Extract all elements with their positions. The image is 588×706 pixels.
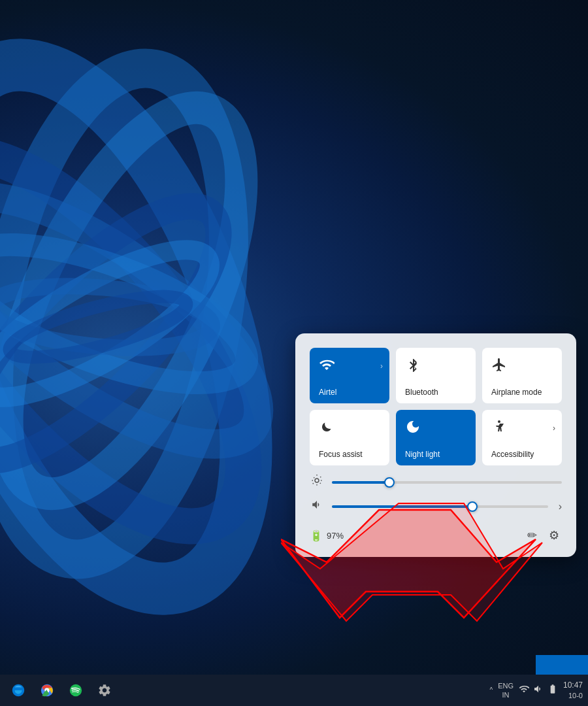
battery-percent: 97% <box>327 531 344 541</box>
airplane-label: Airplane mode <box>491 388 542 397</box>
clock-widget[interactable]: 10:47 10-0 <box>563 681 583 700</box>
nightlight-icon <box>405 419 421 437</box>
system-tray-chevron[interactable]: ^ <box>489 686 493 694</box>
moon-icon <box>319 419 335 437</box>
wifi-label: Airtel <box>319 388 336 397</box>
bluetooth-label: Bluetooth <box>405 388 438 397</box>
clock-time: 10:47 <box>563 681 583 691</box>
wifi-icon <box>319 357 335 375</box>
taskbar: ^ ENG IN 10:47 <box>0 675 588 706</box>
airplane-icon <box>491 357 507 375</box>
svg-point-10 <box>498 420 500 423</box>
accessibility-arrow: › <box>553 424 555 433</box>
taskbar-apps <box>5 677 118 703</box>
wifi-arrow: › <box>380 361 383 371</box>
quick-settings-panel: › Airtel Bluetooth <box>295 333 576 557</box>
battery-info: 🔋 97% <box>310 530 344 542</box>
night-light-label: Night light <box>405 450 440 459</box>
airplane-tile[interactable]: Airplane mode <box>482 348 562 403</box>
qs-action-buttons: ✏ ⚙ <box>525 526 562 545</box>
accessibility-label: Accessibility <box>491 450 534 459</box>
edit-quick-settings-button[interactable]: ✏ <box>525 526 540 545</box>
volume-expand-arrow[interactable]: › <box>559 501 562 513</box>
bluetooth-tile[interactable]: Bluetooth <box>396 348 476 403</box>
taskbar-app-settings[interactable] <box>91 677 118 703</box>
notification-area-blue <box>536 655 588 675</box>
taskbar-app-edge[interactable] <box>5 677 31 703</box>
night-light-tile[interactable]: Night light <box>396 410 476 465</box>
brightness-slider-row <box>310 475 562 490</box>
focus-assist-tile[interactable]: Focus assist <box>310 410 389 465</box>
open-settings-button[interactable]: ⚙ <box>546 526 562 545</box>
system-tray-icons <box>519 684 558 696</box>
accessibility-tile[interactable]: › Accessibility <box>482 410 562 465</box>
battery-tray-icon[interactable] <box>547 684 558 696</box>
accessibility-icon <box>491 419 507 437</box>
brightness-icon <box>310 475 324 490</box>
language-indicator[interactable]: ENG IN <box>498 681 514 700</box>
wallpaper-swirl <box>0 13 340 634</box>
volume-tray-icon[interactable] <box>533 684 544 696</box>
lang-line1: ENG <box>498 681 514 690</box>
clock-date: 10-0 <box>563 691 583 700</box>
wifi-tile[interactable]: › Airtel <box>310 348 389 403</box>
taskbar-app-chrome[interactable] <box>34 677 60 703</box>
volume-slider-row: › <box>310 499 562 514</box>
quick-settings-grid-row1: › Airtel Bluetooth <box>310 348 562 403</box>
focus-assist-label: Focus assist <box>319 450 363 459</box>
taskbar-app-spotify[interactable] <box>63 677 89 703</box>
volume-icon <box>310 499 324 514</box>
volume-slider[interactable] <box>332 505 548 508</box>
quick-settings-grid-row2: Focus assist Night light <box>310 410 562 465</box>
brightness-slider[interactable] <box>332 481 562 484</box>
battery-icon: 🔋 <box>310 530 323 542</box>
bluetooth-icon <box>405 357 421 375</box>
taskbar-right: ^ ENG IN 10:47 <box>489 681 583 700</box>
lang-line2: IN <box>498 690 514 699</box>
quick-settings-bottom: 🔋 97% ✏ ⚙ <box>310 526 562 545</box>
wifi-tray-icon[interactable] <box>519 684 529 696</box>
